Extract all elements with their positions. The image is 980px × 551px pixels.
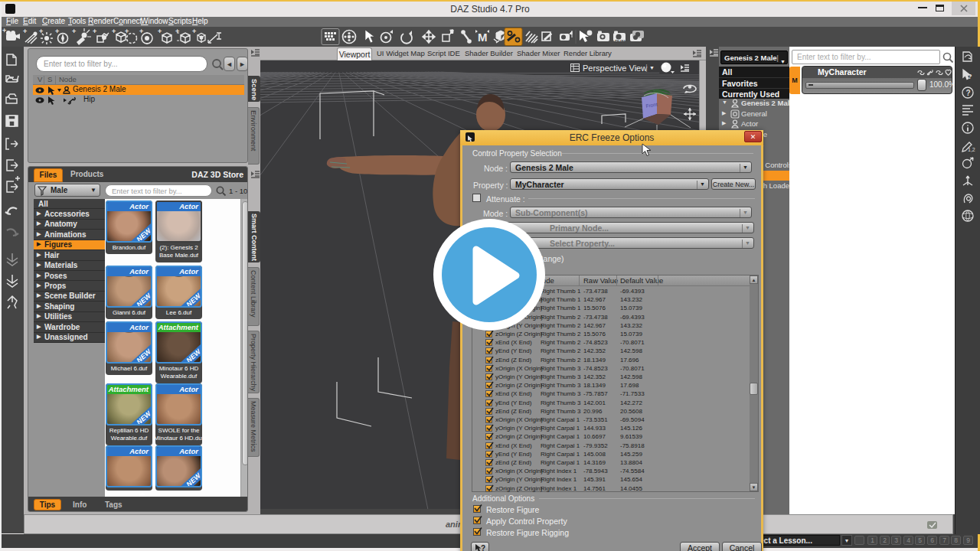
svg-text:?: ? bbox=[968, 73, 972, 80]
svg-text:+: + bbox=[175, 28, 179, 35]
svg-text:+: + bbox=[72, 28, 76, 35]
svg-text:+: + bbox=[158, 28, 162, 35]
svg-text:RUN: RUN bbox=[615, 39, 625, 44]
svg-text:+: + bbox=[55, 28, 59, 35]
svg-text:+: + bbox=[39, 28, 43, 35]
svg-text:+: + bbox=[93, 28, 96, 35]
svg-text:?: ? bbox=[481, 544, 485, 551]
svg-text:M: M bbox=[478, 31, 488, 44]
svg-text:?: ? bbox=[966, 89, 971, 97]
svg-text:+: + bbox=[23, 28, 27, 35]
svg-text:+: + bbox=[139, 28, 143, 35]
svg-text:+: + bbox=[192, 28, 196, 35]
svg-text:1,2: 1,2 bbox=[968, 147, 975, 152]
svg-text:+: + bbox=[2, 27, 6, 34]
svg-text:+: + bbox=[125, 28, 129, 35]
svg-text:+: + bbox=[112, 28, 116, 35]
